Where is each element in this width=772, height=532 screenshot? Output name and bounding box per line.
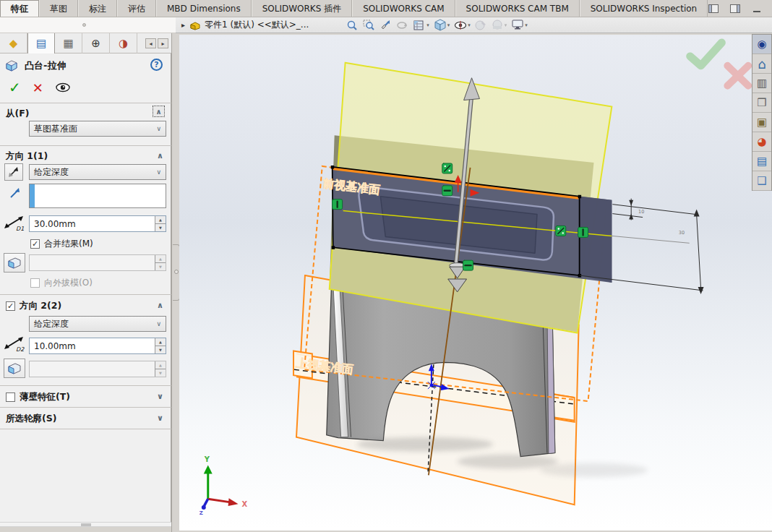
design-library-icon[interactable]: ▥	[752, 74, 771, 93]
tab-solidworks-cam[interactable]: SOLIDWORKS CAM	[352, 0, 455, 17]
forum-icon[interactable]: ❑	[752, 171, 771, 191]
appearances-scenes-icon[interactable]: ◕	[752, 132, 771, 152]
dock-right-icon[interactable]	[729, 4, 741, 14]
direction1-reference-selection-box[interactable]	[29, 184, 166, 208]
svg-text:D2: D2	[16, 346, 25, 353]
direction2-checkbox[interactable]: ✓	[6, 301, 15, 311]
tab-solidworks-addins[interactable]: SOLIDWORKS 插件	[252, 0, 352, 17]
tab-mbd-dimensions[interactable]: MBD Dimensions	[156, 0, 252, 17]
draft-outward-checkbox	[30, 278, 40, 288]
from-collapse-button[interactable]: ∧	[153, 106, 165, 117]
splitter-grip-dot	[174, 270, 179, 274]
selected-contours-expand-icon[interactable]: ∨	[157, 413, 163, 423]
displaymanager-tab[interactable]: ◑	[110, 33, 137, 53]
custom-properties-icon[interactable]: ▤	[752, 152, 771, 171]
chevron-down-icon: ∨	[152, 125, 166, 132]
chevron-down-icon: ∨	[152, 320, 166, 327]
dim-direction2: 10	[638, 209, 644, 215]
preview-eye-icon[interactable]	[55, 82, 71, 93]
minimize-button[interactable]	[751, 4, 763, 14]
axis-y-label: Y	[204, 455, 210, 463]
draft2-angle-input: ▲▼	[29, 361, 166, 377]
merge-result-checkbox-row[interactable]: ✓ 合并结果(M)	[30, 238, 93, 250]
task-pane: ◉ ⌂ ▥ ❒ ▣ ◕ ▤ ❑	[752, 34, 772, 191]
active-selection-strip	[30, 184, 35, 207]
zoom-fit-icon[interactable]	[346, 20, 359, 31]
featuremanager-tab[interactable]: ◆	[0, 33, 27, 53]
chevron-down-icon: ∨	[152, 168, 166, 176]
direction1-collapse-icon[interactable]: ∧	[157, 151, 163, 160]
tab-solidworks-cam-tbm[interactable]: SOLIDWORKS CAM TBM	[455, 0, 580, 17]
draft2-button[interactable]	[4, 359, 25, 378]
direction2-collapse-icon[interactable]: ∧	[157, 301, 163, 310]
manager-tabs-prev-arrow[interactable]: ◂	[145, 38, 156, 48]
tab-features[interactable]: 特征	[0, 0, 39, 17]
thin-feature-checkbox[interactable]	[6, 392, 15, 402]
apply-scene-icon: ▾	[492, 20, 507, 30]
direction1-depth-input[interactable]: 30.00mm ▲▼	[29, 215, 166, 232]
manager-tabs-next-arrow[interactable]: ▸	[158, 38, 168, 48]
reverse-direction-button[interactable]	[4, 163, 23, 181]
merge-result-checkbox[interactable]: ✓	[30, 239, 40, 249]
ok-button[interactable]: ✓	[9, 79, 21, 96]
dim-direction1: 30	[679, 230, 685, 236]
thin-feature-expand-icon[interactable]: ∨	[157, 392, 163, 401]
from-dropdown[interactable]: 草图基准面∨	[29, 121, 166, 137]
solidworks-resources-icon[interactable]: ◉	[752, 35, 771, 54]
graphics-area[interactable]: 10 30 前视基准面 上视基准面 Y X Z	[179, 33, 772, 532]
draft-icon	[7, 362, 22, 375]
panel-horizontal-scrollbar[interactable]	[0, 522, 171, 527]
propertymanager-tab[interactable]: ▤	[27, 33, 55, 53]
depth1-spinner[interactable]: ▲▼	[155, 216, 166, 231]
draft-outward-checkbox-row: 向外拔模(O)	[30, 277, 93, 289]
axis-x-label: X	[241, 500, 247, 508]
view-palette-icon[interactable]: ▣	[752, 113, 771, 132]
view-settings-icon[interactable]: ▾	[511, 20, 528, 30]
help-icon[interactable]: ?	[150, 59, 163, 71]
ribbon-tab-bar: 特征 草图 标注 评估 MBD Dimensions SOLIDWORKS 插件…	[0, 0, 772, 17]
direction2-end-condition-dropdown[interactable]: 给定深度∨	[29, 316, 166, 332]
panel-splitter[interactable]	[171, 33, 179, 532]
home-icon[interactable]: ⌂	[752, 54, 771, 74]
draft1-spinner: ▲▼	[155, 255, 166, 270]
file-explorer-icon[interactable]: ❒	[752, 93, 771, 113]
cancel-button[interactable]: ✕	[33, 80, 43, 95]
tab-markup[interactable]: 标注	[78, 0, 117, 17]
view-orientation-icon[interactable]: ▾	[434, 19, 450, 31]
tab-sketch[interactable]: 草图	[39, 0, 78, 17]
draft1-angle-input: ▲▼	[29, 254, 166, 271]
tab-evaluate[interactable]: 评估	[117, 0, 156, 17]
part-icon	[189, 20, 201, 30]
feature-tree-flyout-arrow[interactable]: ▸	[176, 21, 189, 29]
feature-title: 凸台-拉伸	[25, 59, 66, 72]
depth2-icon: D2	[3, 335, 27, 353]
dock-left-icon[interactable]	[708, 4, 719, 14]
direction-reference-icon	[9, 186, 22, 200]
display-style-icon[interactable]: ▾	[454, 20, 471, 30]
direction1-end-condition-dropdown[interactable]: 给定深度∨	[29, 164, 166, 180]
edit-appearance-icon	[475, 20, 487, 30]
dimxpertmanager-tab[interactable]: ⊕	[82, 33, 110, 53]
scrollbar-thumb[interactable]	[81, 523, 91, 526]
from-section-label: 从(F)	[6, 108, 29, 120]
configurationmanager-tab[interactable]: ▦	[55, 33, 82, 53]
zoom-to-area-icon[interactable]	[363, 20, 375, 31]
rotate-view-icon	[396, 20, 408, 31]
reverse-direction-icon	[7, 166, 20, 179]
manager-tabs: ◆ ▤ ▦ ⊕ ◑ ◂ ▸	[0, 33, 171, 53]
depth2-spinner[interactable]: ▲▼	[155, 338, 166, 353]
section-view-icon[interactable]: ▾	[413, 20, 429, 31]
draft1-button[interactable]	[4, 253, 25, 273]
boss-extrude-icon	[4, 59, 20, 73]
direction2-header[interactable]: ✓ 方向 2(2)	[6, 300, 61, 312]
property-manager-panel: ◆ ▤ ▦ ⊕ ◑ ◂ ▸ 凸台-拉伸 ? ✓ ✕ 从(F) ∧ 草图基准面∨ …	[0, 33, 171, 527]
thin-feature-header[interactable]: 薄壁特征(T)	[6, 391, 70, 403]
direction1-section-label: 方向 1(1)	[6, 150, 48, 163]
zoom-to-selection-icon[interactable]	[379, 20, 392, 31]
model-scene: 10 30 前视基准面 上视基准面 Y X Z	[179, 33, 772, 532]
direction2-depth-input[interactable]: 10.00mm ▲▼	[29, 338, 166, 354]
document-title: 零件1 (默认) <<默认>_...	[189, 19, 309, 31]
toolbar-grip-dot	[82, 23, 86, 27]
tab-solidworks-inspection[interactable]: SOLIDWORKS Inspection	[580, 0, 708, 17]
draft-icon	[7, 257, 22, 270]
